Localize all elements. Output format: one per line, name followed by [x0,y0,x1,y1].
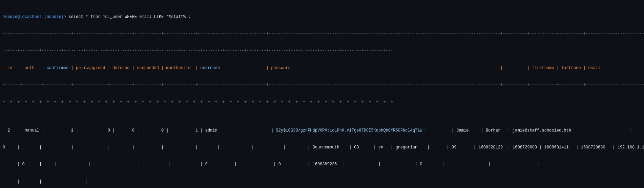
border-line-1: +------+--------+-----------+-----------… [3,31,641,37]
shell-prompt: moodle@localhost [moodle]> [3,15,66,19]
data-row-1-line-4: | | | [3,179,641,185]
border-line-2: +--+--+--+--+--+--+--+--+--+--+--+--+--+… [3,48,641,54]
header-border-2: +--+--+--+--+--+--+--+--+--+--+--+--+--+… [3,99,641,105]
data-row-1-line-3: | 0 | | | | | | 0 | | 0 | 1608389236 | |… [3,162,641,167]
prompt-line: moodle@localhost [moodle]> select * from… [3,14,641,20]
sql-command: select * from mdl_user WHERE email LIKE … [66,15,190,19]
data-row-1-line-2: 0 | | | | | | | | | | | Bournemouth | GB… [3,145,641,150]
terminal-window: moodle@localhost [moodle]> select * from… [3,3,641,188]
data-row-1-line-1: | 2 | manual | 1 | 0 | 0 | 0 | 1 | admin… [3,128,641,134]
header-row-1: | id | auth | confirmed | policyagreed |… [3,65,641,71]
header-border-1: +------+--------+-----------+-----------… [3,82,641,88]
